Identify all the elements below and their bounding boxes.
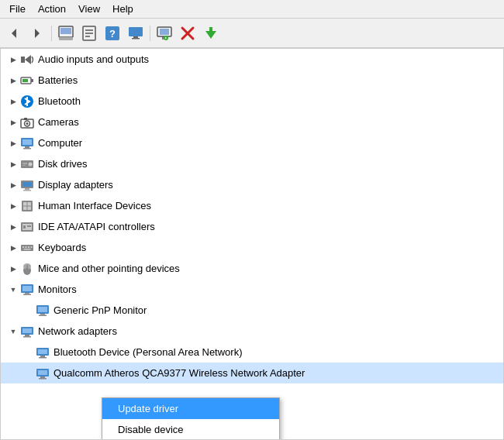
separator-1 [51, 26, 52, 41]
keyboards-label: Keyboards [38, 242, 86, 253]
tree-ide[interactable]: ▶ IDE ATA/ATAPI controllers [1, 216, 503, 237]
tree-batteries[interactable]: ▶ Batteries [1, 70, 503, 91]
back-icon [7, 26, 21, 40]
back-button[interactable] [3, 22, 25, 44]
generic-monitor-label: Generic PnP Monitor [54, 304, 147, 316]
expand-network[interactable]: ▼ [7, 325, 19, 338]
bluetooth-device-label: Bluetooth Device (Personal Area Network) [54, 346, 243, 358]
expand-display[interactable]: ▶ [7, 179, 19, 191]
properties-button[interactable] [78, 22, 100, 44]
show-hide-button[interactable] [55, 22, 77, 44]
batteries-label: Batteries [38, 74, 78, 86]
audio-label: Audio inputs and outputs [38, 53, 149, 65]
qualcomm-icon [35, 366, 50, 381]
expand-mice[interactable]: ▶ [7, 263, 19, 275]
svg-rect-69 [40, 314, 45, 315]
qualcomm-label: Qualcomm Atheros QCA9377 Wireless Networ… [54, 367, 305, 379]
expand-batteries[interactable]: ▶ [7, 74, 19, 87]
svg-rect-80 [38, 370, 47, 375]
svg-rect-44 [23, 190, 31, 191]
mice-label: Mice and other pointing devices [38, 263, 180, 274]
tree-bluetooth-device[interactable]: Bluetooth Device (Personal Area Network) [1, 342, 503, 363]
svg-rect-70 [39, 315, 47, 316]
tree-bluetooth[interactable]: ▶ Bluetooth [1, 91, 503, 112]
svg-rect-55 [26, 246, 27, 248]
svg-marker-21 [205, 31, 216, 39]
hid-label: Human Interface Devices [38, 200, 151, 211]
menu-view[interactable]: View [72, 2, 106, 16]
cameras-label: Cameras [38, 116, 79, 128]
svg-rect-11 [129, 27, 143, 36]
device-manager-tree: ▶ Audio inputs and outputs ▶ Batteries ▶ [0, 48, 504, 440]
svg-rect-13 [132, 38, 140, 40]
forward-button[interactable] [26, 22, 48, 44]
tree-hid[interactable]: ▶ Human Interface Devices [1, 195, 503, 216]
svg-rect-81 [40, 376, 45, 378]
tree-mice[interactable]: ▶ Mice and other pointing devices [1, 258, 503, 279]
expand-hid[interactable]: ▶ [7, 200, 19, 212]
svg-rect-4 [60, 28, 71, 34]
tree-generic-monitor[interactable]: Generic PnP Monitor [1, 300, 503, 321]
audio-icon [19, 52, 35, 67]
mouse-icon [19, 261, 35, 277]
context-menu-update-driver[interactable]: Update driver [102, 398, 279, 419]
tree-computer[interactable]: ▶ Computer [1, 132, 503, 153]
tree-network[interactable]: ▼ Network adapters [1, 321, 503, 342]
svg-rect-72 [22, 328, 32, 333]
expand-keyboards[interactable]: ▶ [7, 242, 19, 254]
svg-rect-77 [40, 356, 45, 357]
help-button[interactable]: ? [102, 22, 123, 44]
svg-rect-82 [39, 378, 47, 380]
expand-disk[interactable]: ▶ [7, 158, 19, 170]
svg-point-62 [26, 267, 29, 271]
remove-icon [179, 25, 196, 42]
expand-computer[interactable]: ▶ [7, 137, 19, 150]
expand-qualcomm [22, 367, 35, 380]
svg-rect-27 [22, 79, 28, 82]
ide-label: IDE ATA/ATAPI controllers [38, 221, 155, 232]
display-label: Display adapters [38, 179, 113, 191]
svg-rect-12 [133, 36, 138, 38]
svg-rect-3 [59, 37, 73, 40]
expand-bluetooth[interactable]: ▶ [7, 95, 19, 108]
monitors-label: Monitors [38, 284, 77, 295]
tree-keyboards[interactable]: ▶ Keyboards [1, 237, 503, 258]
expand-monitors[interactable]: ▼ [7, 284, 19, 296]
tree-display[interactable]: ▶ Display adapters [1, 174, 503, 195]
svg-rect-76 [38, 349, 47, 354]
svg-rect-22 [209, 27, 212, 32]
svg-rect-23 [21, 57, 25, 63]
menu-file[interactable]: File [3, 2, 32, 16]
tree-monitors[interactable]: ▼ Monitors [1, 279, 503, 300]
svg-rect-43 [25, 188, 29, 190]
disk-icon [19, 156, 35, 172]
svg-rect-52 [27, 225, 31, 227]
svg-rect-26 [31, 79, 33, 82]
context-menu-disable-device[interactable]: Disable device [102, 419, 279, 440]
properties-icon [81, 25, 98, 42]
menu-help[interactable]: Help [106, 2, 140, 16]
svg-point-31 [26, 122, 29, 125]
menu-action[interactable]: Action [32, 2, 72, 16]
monitor-button[interactable] [125, 22, 147, 44]
connect-button[interactable] [154, 22, 175, 44]
expand-cameras[interactable]: ▶ [7, 116, 19, 129]
svg-rect-57 [31, 246, 33, 248]
svg-rect-15 [160, 29, 169, 35]
tree-cameras[interactable]: ▶ Cameras [1, 112, 503, 132]
svg-point-38 [29, 162, 33, 166]
network-label: Network adapters [38, 325, 117, 337]
expand-ide[interactable]: ▶ [7, 221, 19, 233]
svg-rect-51 [23, 225, 26, 229]
tree-audio[interactable]: ▶ Audio inputs and outputs [1, 49, 503, 70]
expand-bluetooth-device [22, 346, 35, 359]
tree-qualcomm[interactable]: Qualcomm Atheros QCA9377 Wireless Networ… [1, 363, 503, 383]
tree-disk[interactable]: ▶ Disk drives [1, 153, 503, 174]
svg-text:?: ? [109, 28, 116, 40]
expand-audio[interactable]: ▶ [7, 53, 19, 66]
bluetooth-device-icon [35, 345, 50, 360]
scan-button[interactable] [200, 22, 222, 44]
hid-icon [19, 198, 35, 214]
svg-rect-34 [22, 139, 32, 145]
remove-button[interactable] [177, 22, 198, 44]
